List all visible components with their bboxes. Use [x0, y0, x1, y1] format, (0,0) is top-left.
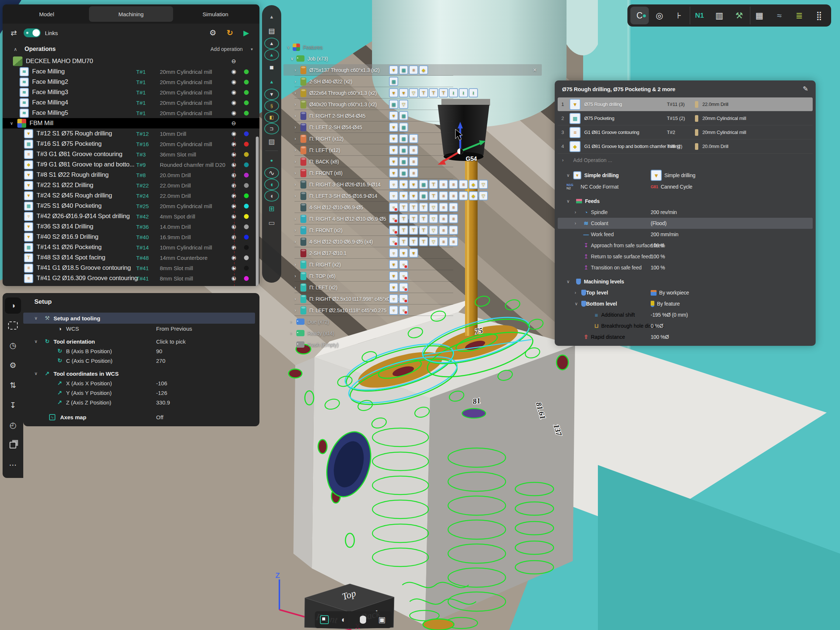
- stamp-active-icon[interactable]: ▲: [269, 74, 274, 88]
- operation-state-icon[interactable]: ◉: [231, 172, 236, 178]
- setup-row-value[interactable]: -106: [156, 380, 167, 387]
- operation-row[interactable]: ∨ FBM Mill ⊖: [3, 118, 259, 128]
- parameter-value[interactable]: 100 %: [651, 254, 665, 259]
- feature-operation-chip[interactable]: [399, 168, 408, 177]
- expand-arrow-icon[interactable]: ›: [295, 90, 300, 96]
- setup-row-value[interactable]: Click to pick: [156, 338, 186, 345]
- parameter-value[interactable]: 100 %: [651, 265, 665, 270]
- feature-row[interactable]: › П: BACK (x8): [285, 156, 545, 167]
- operation-row[interactable]: Face Milling2 T#1 20mm Cylindrical mill …: [3, 77, 259, 87]
- feature-operation-chip[interactable]: [459, 191, 468, 201]
- operation-color-dot[interactable]: [244, 256, 249, 260]
- operation-state-icon[interactable]: ◉: [231, 254, 236, 261]
- fixture-band-icon[interactable]: ◖: [264, 190, 279, 202]
- collapse-icon[interactable]: ▲: [269, 9, 274, 24]
- operation-color-dot[interactable]: [244, 214, 249, 219]
- feature-operation-chip[interactable]: [439, 226, 448, 235]
- wcs-icon[interactable]: ◑: [5, 297, 21, 314]
- operation-color-dot[interactable]: [244, 266, 249, 270]
- collapse-arrow-icon[interactable]: ∨: [567, 199, 573, 204]
- expand-arrow-icon[interactable]: ›: [295, 171, 300, 176]
- stock-icon[interactable]: ■: [269, 60, 273, 74]
- feature-row[interactable]: › П: LEFT Ø2.5x10 t118° c45°x0.275: [285, 305, 545, 316]
- operation-color-dot[interactable]: [244, 193, 249, 198]
- caliper-icon[interactable]: ⊦: [670, 6, 688, 24]
- gear-icon[interactable]: ⚙: [5, 357, 21, 374]
- feature-row[interactable]: › П: RIGHT 2-SH Ø54-Ø45: [285, 110, 545, 122]
- feature-operation-chip[interactable]: [419, 65, 428, 74]
- operation-color-dot[interactable]: [244, 173, 249, 177]
- operation-row[interactable]: Face Milling T#1 20mm Cylindrical mill ◉: [3, 66, 259, 77]
- operation-color-dot[interactable]: [244, 276, 249, 281]
- feature-operation-chip[interactable]: [399, 271, 408, 281]
- grouped-operation-row[interactable]: 4 G1 Ø81 Groove top and bottom chamfer m…: [558, 139, 813, 153]
- level-parameter-row[interactable]: › Top level By workpiece: [558, 287, 813, 298]
- grouped-operation-row[interactable]: 3 G1 Ø81 Groove contouring T#2 20mm Cyli…: [558, 125, 813, 139]
- operation-state-icon[interactable]: ◉: [231, 223, 236, 230]
- feature-operation-chip[interactable]: [479, 191, 488, 201]
- feature-operation-chip[interactable]: [399, 191, 408, 201]
- feature-operation-chip[interactable]: [399, 248, 408, 257]
- feature-operation-chip[interactable]: [389, 306, 398, 315]
- add-operation-button[interactable]: › Add Operation ...: [558, 153, 813, 167]
- operation-color-dot[interactable]: [244, 90, 249, 95]
- feature-operation-chip[interactable]: [409, 168, 418, 177]
- feature-operation-chip[interactable]: [389, 237, 398, 246]
- feature-operation-chip[interactable]: [429, 214, 438, 223]
- feature-operation-chip[interactable]: [439, 203, 448, 212]
- parameter-value[interactable]: By feature: [651, 301, 680, 307]
- feature-operation-chip[interactable]: [389, 203, 398, 212]
- feature-row[interactable]: › П: LEFT (x2): [285, 282, 545, 293]
- parameter-value[interactable]: (Flood): [651, 220, 666, 226]
- feature-operation-chip[interactable]: [409, 134, 418, 143]
- feature-operation-chip[interactable]: [439, 180, 448, 189]
- parameter-value[interactable]: 100 %Ø: [651, 334, 669, 340]
- drill-point-icon[interactable]: ▼: [264, 88, 279, 100]
- operation-color-dot[interactable]: [244, 204, 249, 208]
- operation-state-icon[interactable]: ◉: [231, 275, 236, 282]
- setup-row-value[interactable]: 330.9: [156, 399, 170, 406]
- operation-color-dot[interactable]: [244, 80, 249, 85]
- operation-color-dot[interactable]: [244, 163, 249, 167]
- feature-operation-chip[interactable]: [399, 260, 408, 269]
- feature-row[interactable]: › Ø22x64 Through c60°x1.3 (x2): [285, 87, 545, 98]
- setup-row-value[interactable]: 270: [156, 358, 165, 364]
- feature-operation-chip[interactable]: [389, 157, 398, 166]
- collapse-arrow-icon[interactable]: ∨: [567, 173, 573, 178]
- feature-operation-chip[interactable]: [399, 226, 408, 235]
- feature-operation-chip[interactable]: [389, 88, 398, 98]
- expand-arrow-icon[interactable]: ›: [295, 136, 300, 141]
- operation-state-icon[interactable]: ◉: [231, 110, 236, 116]
- collapse-operations-icon[interactable]: ∧: [14, 46, 17, 52]
- feature-row[interactable]: › Ø40x20 Through c60°x1.3 (x2): [285, 98, 545, 110]
- expand-arrow-icon[interactable]: ›: [291, 319, 296, 324]
- feature-operation-chip[interactable]: [419, 226, 428, 235]
- operation-state-icon[interactable]: ◉: [231, 89, 236, 96]
- expand-arrow-icon[interactable]: ›: [295, 308, 300, 313]
- feature-operation-chip[interactable]: [389, 214, 398, 223]
- feature-operation-chip[interactable]: [389, 99, 398, 109]
- compass-icon[interactable]: ◷: [5, 337, 21, 354]
- nc-program-icon[interactable]: N1: [690, 6, 709, 24]
- feature-operation-chip[interactable]: [439, 88, 448, 98]
- parameter-value[interactable]: 100 %: [651, 243, 665, 248]
- feature-operation-chip[interactable]: [389, 145, 398, 155]
- expand-arrow-icon[interactable]: ›: [295, 79, 300, 84]
- operation-row[interactable]: T#16 S1 Ø75 Pocketing T#16 20mm Cylindri…: [3, 139, 259, 149]
- feature-operation-chip[interactable]: [449, 88, 458, 98]
- operation-state-icon[interactable]: ◉: [231, 130, 236, 137]
- feature-operation-chip[interactable]: [469, 191, 478, 201]
- operation-row[interactable]: T#12 S1 Ø75 Rough drilling T#12 10mm Dri…: [3, 128, 259, 139]
- level-parameter-row[interactable]: ∨ Bottom level By feature: [558, 298, 813, 309]
- feature-row[interactable]: › П: RIGHT 4-SH Ø12-Ø10-Ø6.9-Ø5: [285, 213, 545, 224]
- feature-operation-chip[interactable]: [399, 237, 408, 246]
- operation-row[interactable]: T#14 S1 Ø26 Pocketing T#14 10mm Cylindri…: [3, 242, 259, 253]
- operation-row[interactable]: T#8 S1 Ø22 Rough drilling T#8 20.0mm Dri…: [3, 170, 259, 180]
- feature-operation-chip[interactable]: [389, 248, 398, 257]
- operation-color-dot[interactable]: [244, 235, 249, 240]
- feature-row[interactable]: › П: LEFT 3-SH Ø26-Ø16.9-Ø14: [285, 190, 545, 202]
- operation-color-dot[interactable]: [244, 245, 249, 250]
- parameter-value[interactable]: 0 %Ø: [651, 323, 663, 329]
- iso-view-icon[interactable]: ▣: [374, 612, 390, 627]
- feature-operation-chip[interactable]: [419, 237, 428, 246]
